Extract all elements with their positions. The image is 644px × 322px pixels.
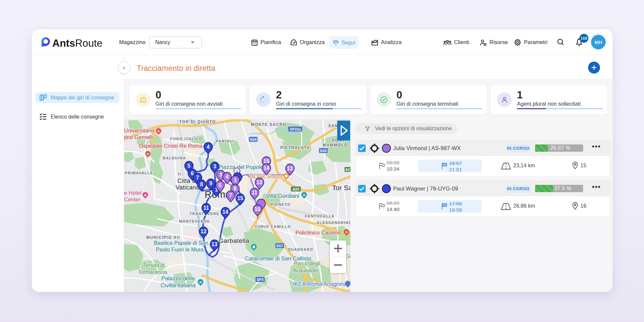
svg-text:SP22a: SP22a — [290, 127, 301, 131]
svg-text:MONTEVERDE: MONTEVERDE — [179, 219, 210, 223]
svg-text:BALDUINA: BALDUINA — [163, 156, 186, 160]
svg-text:SS5: SS5 — [320, 149, 327, 153]
svg-text:Palazzo della: Palazzo della — [161, 275, 195, 282]
svg-text:MONTE SACRO: MONTE SACRO — [251, 122, 287, 127]
svg-text:Piazza del Popolo: Piazza del Popolo — [218, 164, 263, 170]
svg-text:PIGNETO: PIGNETO — [271, 202, 291, 206]
svg-text:CENTOCELLE: CENTOCELLE — [305, 214, 335, 218]
svg-text:5: 5 — [219, 183, 222, 188]
svg-text:PIETRALATA: PIETRALATA — [280, 145, 310, 150]
svg-text:9: 9 — [209, 181, 212, 186]
svg-text:13: 13 — [211, 242, 217, 247]
svg-text:Gr: Gr — [345, 253, 350, 259]
svg-text:Ospedale Cristo Re Roma: Ospedale Cristo Re Roma — [139, 143, 203, 149]
svg-text:8: 8 — [234, 186, 237, 191]
svg-text:SAN: SAN — [328, 124, 338, 128]
svg-text:TOR DI QUINTO: TOR DI QUINTO — [179, 120, 216, 124]
svg-text:■: ■ — [144, 193, 146, 197]
svg-text:Civiltà Italiana: Civiltà Italiana — [161, 282, 196, 289]
svg-text:MAMMOLO: MAMMOLO — [323, 143, 348, 147]
svg-text:IKEA Roma Anagnina: IKEA Roma Anagnina — [293, 281, 347, 287]
svg-text:Tenuta di: Tenuta di — [143, 262, 165, 268]
svg-text:PARIOLI: PARIOLI — [216, 139, 234, 143]
svg-text:12: 12 — [201, 229, 207, 234]
svg-text:10: 10 — [254, 206, 260, 212]
svg-text:7: 7 — [196, 175, 199, 181]
svg-text:MUNICIPIO XII: MUNICIPIO XII — [146, 235, 180, 240]
svg-text:3: 3 — [219, 172, 222, 178]
svg-text:15: 15 — [263, 158, 269, 164]
svg-text:13: 13 — [287, 166, 293, 171]
svg-text:H: H — [345, 231, 348, 234]
svg-text:5: 5 — [188, 163, 191, 169]
svg-text:e Hotel: e Hotel — [124, 190, 141, 196]
svg-text:Parco degli: Parco degli — [294, 261, 320, 266]
svg-text:7: 7 — [229, 192, 232, 198]
svg-text:FURIO CAMILLO: FURIO CAMILLO — [255, 225, 291, 229]
svg-text:6: 6 — [191, 171, 194, 176]
svg-text:TI: TI — [178, 172, 182, 176]
svg-text:M: M — [303, 193, 305, 197]
svg-text:Tor Sap: Tor Sap — [332, 184, 350, 191]
svg-text:M: M — [199, 281, 202, 284]
svg-text:A2: A2 — [345, 168, 350, 172]
svg-text:8: 8 — [200, 182, 203, 187]
svg-text:11: 11 — [204, 205, 209, 211]
svg-text:H: H — [158, 130, 160, 133]
svg-text:SS4: SS4 — [250, 137, 257, 141]
svg-text:12: 12 — [256, 180, 262, 185]
svg-text:SS7: SS7 — [276, 244, 283, 248]
svg-text:Paolo Fuori le Mura: Paolo Fuori le Mura — [156, 246, 204, 252]
svg-text:tino Gemelli: tino Gemelli — [124, 134, 153, 140]
svg-text:A24: A24 — [293, 187, 299, 191]
svg-text:FORO ITALICO: FORO ITALICO — [170, 137, 202, 141]
svg-text:Villa Gordiani: Villa Gordiani — [266, 193, 299, 199]
svg-text:H: H — [147, 152, 149, 156]
svg-text:15: 15 — [237, 195, 243, 201]
svg-text:Center: Center — [124, 196, 141, 202]
svg-text:3: 3 — [213, 164, 216, 169]
svg-text:ALESSANDRINO: ALESSANDRINO — [316, 221, 350, 225]
svg-text:SP3: SP3 — [257, 278, 264, 282]
svg-text:Tormarancia: Tormarancia — [138, 269, 167, 275]
svg-text:QUADRARO: QUADRARO — [288, 247, 313, 251]
svg-text:1: 1 — [234, 177, 237, 183]
svg-text:14: 14 — [263, 165, 269, 171]
svg-text:Vaticano: Vaticano — [176, 184, 200, 191]
svg-text:Policlinico Casilino: Policlinico Casilino — [296, 230, 341, 236]
svg-text:Garbatella: Garbatella — [219, 237, 250, 244]
svg-text:11: 11 — [252, 190, 257, 195]
svg-text:4: 4 — [226, 174, 229, 180]
svg-text:14: 14 — [222, 209, 228, 215]
svg-text:4: 4 — [207, 144, 210, 150]
svg-text:Basilica Papale di San: Basilica Papale di San — [154, 240, 208, 246]
svg-text:PRIMAVALLE: PRIMAVALLE — [125, 171, 153, 175]
svg-text:Universitario: Universitario — [124, 128, 155, 134]
svg-text:Acquedotti: Acquedotti — [293, 268, 318, 273]
